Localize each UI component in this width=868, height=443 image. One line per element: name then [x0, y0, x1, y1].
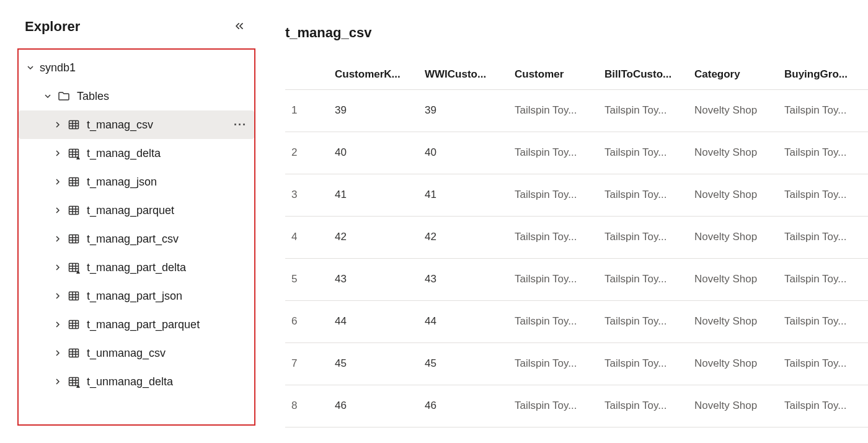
cell: Tailspin Toy... [508, 342, 598, 385]
tree-node-label: t_manag_part_parquet [87, 318, 249, 331]
cell: 43 [329, 258, 418, 300]
tree-node-label: Tables [77, 90, 249, 103]
chevron-right-icon [52, 205, 63, 216]
table-body: 13939Tailspin Toy...Tailspin Toy...Novel… [285, 89, 868, 427]
cell: Novelty Shop [688, 258, 778, 300]
column-header[interactable]: CustomerK... [329, 60, 418, 89]
chevron-right-icon [52, 290, 63, 302]
tree-node-label: t_manag_part_delta [87, 261, 249, 274]
cell: Tailspin Toy... [508, 132, 598, 174]
table-row[interactable]: 34141Tailspin Toy...Tailspin Toy...Novel… [285, 174, 868, 216]
table-delta-icon [67, 146, 81, 160]
cell: Tailspin Toy... [778, 216, 868, 258]
table-icon [67, 318, 81, 331]
table-row[interactable]: 54343Tailspin Toy...Tailspin Toy...Novel… [285, 258, 868, 300]
table-name-title: t_manag_csv [285, 25, 868, 41]
tree-node-table[interactable]: t_manag_parquet [19, 196, 254, 225]
svg-rect-40 [69, 349, 79, 357]
cell: Tailspin Toy... [778, 132, 868, 174]
more-actions-button[interactable]: ··· [231, 119, 249, 132]
tree-node-table[interactable]: t_manag_part_csv [19, 225, 254, 253]
main-content: t_manag_csv CustomerK...WWICusto...Custo… [260, 0, 868, 443]
folder-icon [57, 89, 71, 103]
table-row[interactable]: 84646Tailspin Toy...Tailspin Toy...Novel… [285, 385, 868, 427]
tree-node-table[interactable]: t_manag_json [19, 168, 254, 196]
cell: 40 [418, 132, 508, 174]
cell: Tailspin Toy... [508, 89, 598, 132]
table-row[interactable]: 13939Tailspin Toy...Tailspin Toy...Novel… [285, 89, 868, 132]
cell: Tailspin Toy... [778, 342, 868, 385]
svg-rect-30 [69, 292, 79, 300]
tree-node-table[interactable]: t_manag_part_json [19, 282, 254, 310]
row-number: 1 [285, 89, 329, 132]
cell: Tailspin Toy... [778, 89, 868, 132]
table-row[interactable]: 74545Tailspin Toy...Tailspin Toy...Novel… [285, 342, 868, 385]
tree-node-table[interactable]: t_manag_part_parquet [19, 310, 254, 339]
tree-node-table[interactable]: t_manag_part_delta [19, 253, 254, 282]
cell: 46 [418, 385, 508, 427]
table-row[interactable]: 44242Tailspin Toy...Tailspin Toy...Novel… [285, 216, 868, 258]
chevron-right-icon [52, 119, 63, 130]
tree-node-database[interactable]: syndb1 [19, 53, 254, 82]
cell: Novelty Shop [688, 342, 778, 385]
cell: 39 [418, 89, 508, 132]
cell: 39 [329, 89, 418, 132]
collapse-panel-icon[interactable] [233, 20, 246, 34]
cell: 41 [329, 174, 418, 216]
cell: Novelty Shop [688, 300, 778, 342]
cell: 44 [329, 300, 418, 342]
table-icon [67, 175, 81, 189]
row-number: 2 [285, 132, 329, 174]
table-icon [67, 346, 81, 360]
cell: 44 [418, 300, 508, 342]
svg-rect-25 [69, 264, 79, 272]
table-row[interactable]: 64444Tailspin Toy...Tailspin Toy...Novel… [285, 300, 868, 342]
tree-node-label: t_manag_part_json [87, 290, 249, 303]
cell: Tailspin Toy... [508, 385, 598, 427]
cell: Novelty Shop [688, 216, 778, 258]
row-number: 6 [285, 300, 329, 342]
row-number: 3 [285, 174, 329, 216]
cell: 42 [329, 216, 418, 258]
cell: Novelty Shop [688, 89, 778, 132]
table-row[interactable]: 24040Tailspin Toy...Tailspin Toy...Novel… [285, 132, 868, 174]
tree-node-label: t_manag_delta [87, 147, 249, 160]
cell: 42 [418, 216, 508, 258]
cell: Tailspin Toy... [598, 300, 688, 342]
explorer-panel: Explorer syndb1 Tables t_manag_csv···t_m… [0, 0, 260, 443]
tree-node-table[interactable]: t_manag_delta [19, 139, 254, 168]
tree-node-table[interactable]: t_unmanag_csv [19, 339, 254, 367]
column-header[interactable]: BillToCusto... [598, 60, 688, 89]
tree-node-table[interactable]: t_unmanag_delta [19, 367, 254, 396]
svg-rect-5 [69, 150, 79, 158]
column-header[interactable]: WWICusto... [418, 60, 508, 89]
cell: 46 [329, 385, 418, 427]
cell: Tailspin Toy... [598, 385, 688, 427]
cell: Tailspin Toy... [598, 89, 688, 132]
tree-node-tables[interactable]: Tables [19, 82, 254, 110]
tree-node-label: t_unmanag_delta [87, 375, 249, 388]
column-header[interactable]: Customer [508, 60, 598, 89]
cell: Tailspin Toy... [598, 216, 688, 258]
cell: 43 [418, 258, 508, 300]
svg-rect-35 [69, 321, 79, 329]
cell: Tailspin Toy... [598, 132, 688, 174]
tree-tables-list: t_manag_csv···t_manag_deltat_manag_jsont… [19, 110, 254, 396]
chevron-down-icon [25, 62, 36, 73]
cell: 45 [329, 342, 418, 385]
column-header[interactable]: Category [688, 60, 778, 89]
data-table: CustomerK...WWICusto...CustomerBillToCus… [285, 60, 868, 427]
cell: 40 [329, 132, 418, 174]
cell: Tailspin Toy... [598, 174, 688, 216]
chevron-right-icon [52, 319, 63, 330]
explorer-header: Explorer [0, 12, 260, 46]
cell: Tailspin Toy... [778, 174, 868, 216]
tree-node-table[interactable]: t_manag_csv··· [19, 110, 254, 139]
chevron-down-icon [42, 91, 53, 102]
tree-node-label: t_manag_csv [87, 119, 231, 132]
svg-rect-45 [69, 378, 79, 386]
cell: Tailspin Toy... [778, 385, 868, 427]
tree-highlight-box: syndb1 Tables t_manag_csv···t_manag_delt… [17, 48, 255, 426]
column-header[interactable]: BuyingGro... [778, 60, 868, 89]
table-delta-icon [67, 261, 81, 274]
